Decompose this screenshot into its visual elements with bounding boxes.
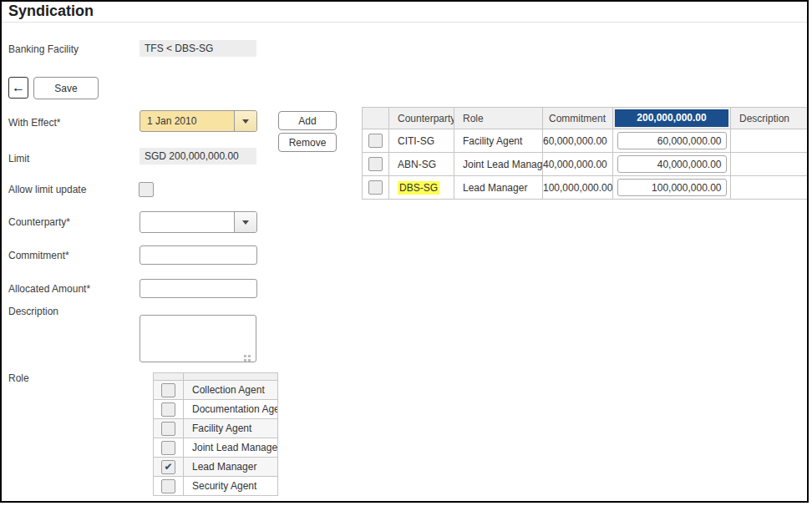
counterparty-label: Counterparty* [8, 216, 70, 228]
description-label: Description [8, 306, 58, 317]
syndication-page: Syndication Banking Facility TFS < DBS-S… [0, 0, 809, 503]
table-row: ABN-SG Joint Lead Manager 40,000,000.00 [363, 153, 809, 176]
role-cell: Facility Agent [454, 129, 543, 153]
allocated-total-value: 200,000,000.00 [615, 109, 728, 127]
role-checkbox-facility-agent[interactable] [161, 422, 175, 436]
allocated-amount-row-input[interactable] [617, 132, 727, 149]
description-column-header: Description [731, 108, 809, 129]
with-effect-dropdown[interactable]: 1 Jan 2010 [140, 110, 257, 132]
allocated-amount-input[interactable] [140, 279, 257, 298]
counterparty-cell: ABN-SG [389, 153, 454, 176]
check-icon: ✔ [164, 462, 172, 472]
banking-facility-value: TFS < DBS-SG [140, 40, 256, 57]
role-checkbox-lead-manager[interactable]: ✔ [161, 460, 175, 474]
description-cell [731, 129, 809, 153]
role-option-row: Documentation Agent [154, 400, 278, 419]
role-checkbox-security-agent[interactable] [161, 479, 175, 493]
role-cell: Joint Lead Manager [454, 153, 543, 176]
banking-facility-label: Banking Facility [8, 43, 79, 55]
counterparty-dropdown-button[interactable] [234, 212, 256, 232]
commitment-input[interactable] [140, 245, 257, 265]
role-option-row: Collection Agent [154, 381, 278, 400]
commitment-cell: 40,000,000.00 [543, 153, 613, 176]
remove-button[interactable]: Remove [278, 133, 337, 152]
allow-limit-update-checkbox[interactable] [139, 182, 154, 197]
allocated-amount-row-input[interactable] [617, 179, 727, 196]
commitment-column-header: Commitment [543, 108, 613, 129]
description-cell [731, 153, 809, 176]
role-option-row: Joint Lead Manager [154, 438, 278, 458]
role-checkbox-collection-agent[interactable] [161, 383, 175, 397]
counterparty-value [140, 212, 234, 232]
counterparty-column-header: Counterparty [389, 108, 454, 129]
role-option-row: Security Agent [154, 477, 278, 496]
role-option-label: Facility Agent [184, 419, 278, 438]
counterparty-cell: DBS-SG [389, 176, 454, 200]
back-arrow-icon: ← [12, 80, 25, 95]
role-option-label: Lead Manager [184, 458, 278, 477]
role-option-label: Documentation Agent [184, 400, 278, 419]
syndication-table-header-row: Counterparty Role Commitment 200,000,000… [363, 108, 809, 129]
highlighted-counterparty: DBS-SG [398, 181, 439, 195]
limit-label: Limit [8, 153, 29, 164]
counterparty-cell: CITI-SG [389, 129, 454, 153]
allocated-total-column-header: 200,000,000.00 [613, 108, 731, 129]
allocated-amount-row-input[interactable] [617, 155, 727, 173]
commitment-cell: 100,000,000.00 [543, 176, 613, 200]
role-option-row: ✔ Lead Manager [154, 458, 278, 477]
back-button[interactable]: ← [8, 77, 28, 99]
row-checkbox-abn-sg[interactable] [368, 157, 383, 171]
role-table-header-row [154, 373, 278, 381]
role-column-header: Role [454, 108, 543, 129]
with-effect-dropdown-button[interactable] [234, 111, 256, 131]
role-checkbox-joint-lead-manager[interactable] [161, 441, 175, 455]
table-row: DBS-SG Lead Manager 100,000,000.00 [363, 176, 809, 200]
role-table: Collection Agent Documentation Agent Fac… [153, 372, 278, 496]
resize-handle-icon[interactable] [248, 355, 251, 357]
with-effect-value: 1 Jan 2010 [140, 111, 234, 131]
description-textarea[interactable] [140, 315, 256, 362]
role-label: Role [8, 372, 29, 384]
chevron-down-icon [242, 220, 249, 225]
role-checkbox-documentation-agent[interactable] [161, 402, 175, 417]
role-option-row: Facility Agent [154, 419, 278, 438]
with-effect-label: With Effect* [8, 117, 60, 129]
role-option-label: Security Agent [184, 477, 278, 496]
title-divider [2, 22, 809, 23]
select-column-header [363, 108, 389, 129]
syndication-table: Counterparty Role Commitment 200,000,000… [362, 107, 809, 200]
commitment-label: Commitment* [8, 250, 69, 261]
allow-limit-update-label: Allow limit update [8, 184, 86, 195]
chevron-down-icon [242, 119, 249, 124]
description-cell [731, 176, 809, 200]
row-checkbox-dbs-sg[interactable] [368, 180, 383, 195]
page-title: Syndication [8, 3, 94, 20]
add-button[interactable]: Add [278, 111, 337, 130]
counterparty-dropdown[interactable] [140, 211, 257, 233]
table-row: CITI-SG Facility Agent 60,000,000.00 [363, 129, 809, 153]
role-cell: Lead Manager [454, 176, 543, 200]
commitment-cell: 60,000,000.00 [543, 129, 613, 153]
limit-value: SGD 200,000,000.00 [140, 148, 256, 164]
save-button[interactable]: Save [33, 77, 99, 99]
allocated-amount-label: Allocated Amount* [8, 283, 90, 295]
row-checkbox-citi-sg[interactable] [368, 134, 383, 148]
role-option-label: Joint Lead Manager [184, 438, 278, 458]
role-option-label: Collection Agent [184, 381, 278, 400]
